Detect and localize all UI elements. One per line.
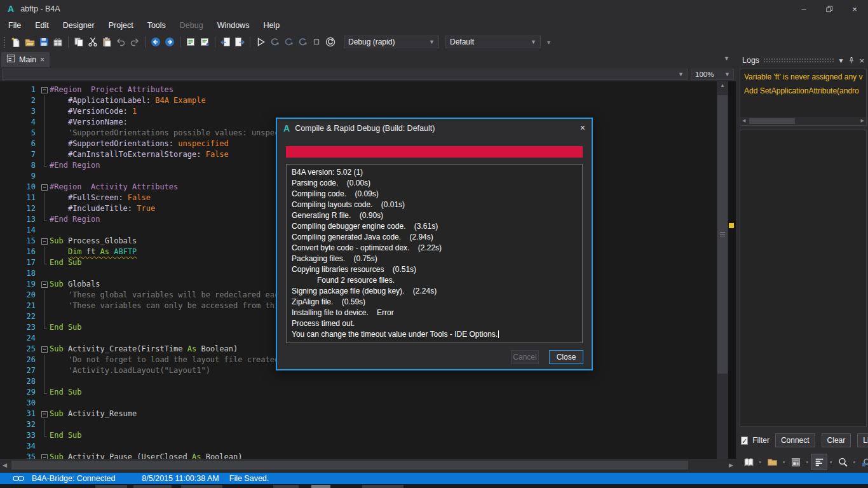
find-icon[interactable]	[834, 454, 851, 470]
logs-panel-header[interactable]: Logs ▼ ×	[738, 53, 868, 67]
filter-checkbox[interactable]: ✓	[741, 437, 748, 445]
find-in-files-icon[interactable]	[858, 454, 868, 470]
horizontal-scroll-thumb[interactable]	[11, 461, 688, 470]
dialog-title-bar[interactable]: A Compile & Rapid Debug (Build: Default)…	[277, 119, 592, 138]
tab-list-dropdown-icon[interactable]: ▼	[724, 55, 729, 62]
restore-icon[interactable]	[821, 3, 837, 15]
editor-zoom-combo[interactable]: 100% ▼	[691, 69, 734, 80]
toolbar-grip[interactable]	[3, 36, 6, 48]
list-button[interactable]: List Logs	[857, 433, 868, 447]
connect-button[interactable]: Connect	[775, 433, 815, 447]
fold-margin	[39, 430, 50, 441]
icon-separator-dot	[759, 461, 761, 463]
scroll-left-icon[interactable]: ◀	[742, 118, 745, 123]
fold-toggle[interactable]	[39, 409, 50, 419]
line-number: 28	[0, 376, 39, 387]
line-number: 35	[0, 452, 39, 459]
cut-icon[interactable]	[86, 35, 100, 49]
vertical-scroll-thumb[interactable]	[717, 95, 728, 374]
debug-step-over-icon[interactable]	[281, 35, 295, 49]
window-controls: – ×	[796, 0, 863, 18]
fold-toggle[interactable]	[39, 85, 50, 95]
menu-file[interactable]: File	[1, 19, 28, 32]
fold-toggle[interactable]	[39, 279, 50, 290]
warning-marker[interactable]	[729, 223, 734, 228]
close-panel-icon[interactable]: ×	[859, 56, 864, 65]
fold-margin	[39, 301, 50, 311]
logs-icon[interactable]	[811, 454, 827, 470]
menu-tools[interactable]: Tools	[140, 19, 173, 32]
line-number: 21	[0, 301, 39, 311]
fold-toggle[interactable]	[39, 344, 50, 355]
build-configuration-combo[interactable]: Debug (rapid)▼	[344, 36, 439, 48]
stop-icon[interactable]	[309, 35, 323, 49]
previous-sub-icon[interactable]	[219, 35, 233, 49]
debug-step-into-icon[interactable]	[268, 35, 281, 49]
close-button[interactable]: Close	[549, 350, 583, 364]
scroll-up-icon[interactable]: ▲	[717, 83, 728, 88]
line-number: 26	[0, 355, 39, 365]
uncomment-icon[interactable]	[198, 35, 212, 49]
compile-log-line: Compiling generated Java code. (2.94s)	[292, 232, 577, 243]
line-number: 34	[0, 441, 39, 452]
fold-toggle[interactable]	[39, 236, 50, 247]
editor-horizontal-scrollbar[interactable]: ◀ ▶	[0, 459, 736, 471]
save-icon[interactable]	[37, 35, 51, 49]
warnings-horizontal-scrollbar[interactable]: ◀ ▶	[740, 117, 866, 125]
clear-button[interactable]: Clear	[822, 433, 851, 447]
navigate-back-icon[interactable]	[149, 35, 163, 49]
files-icon[interactable]	[764, 454, 780, 470]
toolbar-overflow-icon[interactable]: ▾	[547, 39, 550, 46]
editor-vertical-scrollbar[interactable]: ▲	[717, 81, 728, 459]
log-output-area[interactable]	[740, 130, 867, 427]
panel-menu-icon[interactable]: ▼	[838, 57, 844, 64]
menu-designer[interactable]: Designer	[56, 19, 102, 32]
line-number: 7	[0, 149, 39, 160]
app-logo-icon: A	[8, 4, 14, 14]
compile-log-line: Parsing code. (0.00s)	[292, 178, 577, 189]
comment-icon[interactable]	[184, 35, 198, 49]
dialog-close-icon[interactable]: ×	[580, 123, 585, 133]
tab-close-icon[interactable]: ×	[40, 55, 44, 64]
menu-help[interactable]: Help	[256, 19, 287, 32]
new-file-icon[interactable]	[9, 35, 23, 49]
chevron-down-icon: ▼	[531, 39, 536, 45]
menu-project[interactable]: Project	[102, 19, 140, 32]
fold-toggle[interactable]	[39, 452, 50, 459]
panel-drag-grip[interactable]	[763, 58, 834, 63]
paste-icon[interactable]	[100, 35, 114, 49]
undo-icon[interactable]	[114, 35, 128, 49]
warnings-list[interactable]: Variable 'ft' is never assigned any vAdd…	[740, 69, 867, 126]
warning-message[interactable]: Add SetApplicationAttribute(andro	[740, 85, 866, 97]
copy-icon[interactable]	[72, 35, 86, 49]
scroll-right-icon[interactable]: ▶	[861, 118, 864, 123]
line-number: 18	[0, 268, 39, 279]
warning-message[interactable]: Variable 'ft' is never assigned any v	[740, 71, 866, 83]
clean-project-icon[interactable]	[323, 35, 337, 49]
build-profile-combo[interactable]: Default▼	[445, 36, 541, 48]
run-icon[interactable]	[254, 35, 268, 49]
minimize-icon[interactable]: –	[796, 3, 812, 15]
menu-windows[interactable]: Windows	[210, 19, 257, 32]
line-number: 19	[0, 279, 39, 290]
libraries-icon[interactable]	[740, 454, 757, 470]
scroll-left-icon[interactable]: ◀	[3, 462, 7, 468]
fold-margin	[39, 193, 50, 203]
close-window-icon[interactable]: ×	[846, 3, 863, 15]
fold-margin	[39, 398, 50, 409]
member-navigation-combo[interactable]: ▼	[2, 69, 688, 80]
toolbar-separator	[68, 36, 69, 48]
debug-step-out-icon[interactable]	[295, 35, 309, 49]
next-sub-icon[interactable]	[233, 35, 247, 49]
warnings-scroll-thumb[interactable]	[749, 118, 795, 124]
fold-toggle[interactable]	[39, 182, 50, 193]
redo-icon[interactable]	[128, 35, 142, 49]
tab-main[interactable]: Main ×	[1, 52, 50, 67]
scroll-right-icon[interactable]: ▶	[729, 462, 733, 468]
export-project-icon[interactable]	[51, 35, 65, 49]
open-project-icon[interactable]	[23, 35, 37, 49]
navigate-forward-icon[interactable]	[163, 35, 177, 49]
pin-icon[interactable]	[848, 57, 855, 64]
modules-icon[interactable]	[787, 454, 804, 470]
menu-edit[interactable]: Edit	[28, 19, 56, 32]
